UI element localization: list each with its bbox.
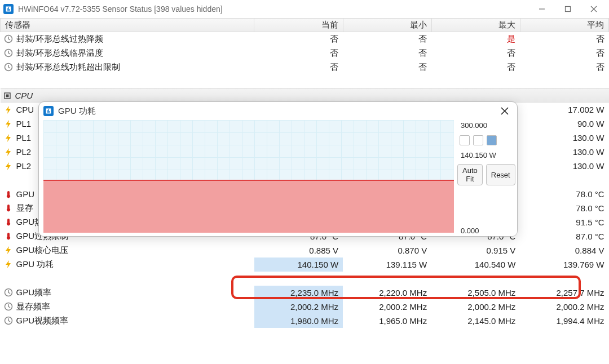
row-label: PL2 <box>16 161 32 171</box>
thermometer-icon <box>4 203 13 212</box>
thermometer-icon <box>4 190 13 199</box>
svg-rect-1 <box>7 8 8 11</box>
app-icon <box>3 4 14 14</box>
row-mem-freq[interactable]: 显存频率 2,000.2 MHz 2,000.2 MHz 2,000.2 MHz… <box>1 300 609 314</box>
row-label: 封装/环形总线功耗超出限制 <box>16 62 120 72</box>
table-header-row: 传感器 当前 最小 最大 平均 <box>1 19 609 32</box>
svg-rect-5 <box>566 7 571 12</box>
row-label: 显存 <box>16 203 33 212</box>
main-titlebar: HWiNFO64 v7.72-5355 Sensor Status [398 v… <box>0 0 609 18</box>
thermometer-icon <box>4 232 13 241</box>
popup-titlebar[interactable]: GPU 功耗 <box>39 102 517 120</box>
auto-fit-button[interactable]: Auto Fit <box>457 164 483 185</box>
clock-icon <box>4 63 13 72</box>
svg-rect-17 <box>47 110 48 113</box>
legend-swatch-selected[interactable] <box>487 135 497 145</box>
popup-close-button[interactable] <box>497 103 513 119</box>
cpu-icon <box>3 91 12 100</box>
row-label: PL1 <box>16 119 32 128</box>
row-label: 显存频率 <box>16 301 50 311</box>
row-label: GPU 功耗 <box>16 259 54 269</box>
app-icon <box>43 106 54 116</box>
row-gpu-core-voltage[interactable]: GPU核心电压 0.885 V 0.870 V 0.915 V 0.884 V <box>1 243 609 258</box>
clock-icon <box>4 302 13 311</box>
col-sensor[interactable]: 传感器 <box>1 19 254 32</box>
svg-rect-2 <box>8 7 9 11</box>
row-gpu-power[interactable]: GPU 功耗 140.150 W 139.115 W 140.540 W 139… <box>1 258 609 272</box>
legend-swatch[interactable] <box>460 135 470 145</box>
row-power-limit[interactable]: 封装/环形总线功耗超出限制 否 否 否 否 <box>1 60 609 74</box>
minimize-button[interactable] <box>529 0 555 18</box>
svg-rect-3 <box>10 9 11 11</box>
clock-icon <box>4 316 13 325</box>
maximize-button[interactable] <box>555 0 581 18</box>
bolt-icon <box>4 162 13 171</box>
row-label: GPU <box>16 189 35 199</box>
row-label: GPU频率 <box>16 287 52 297</box>
graph-y-max: 300.000 <box>457 120 514 131</box>
bolt-icon <box>4 246 13 255</box>
row-label: 封装/环形总线临界温度 <box>16 48 103 57</box>
legend-swatch[interactable] <box>473 135 483 145</box>
thermometer-icon <box>4 217 13 227</box>
graph-canvas[interactable] <box>43 120 454 233</box>
graph-popup[interactable]: GPU 功耗 300.000 140.150 W Auto Fit Reset … <box>38 101 518 237</box>
row-label: PL1 <box>16 133 32 143</box>
row-gpu-video-freq[interactable]: GPU视频频率 1,980.0 MHz 1,965.0 MHz 2,145.0 … <box>1 314 609 328</box>
reset-button[interactable]: Reset <box>486 164 515 185</box>
row-thermal-throttle[interactable]: 封装/环形总线过热降频 否 否 是 否 <box>1 32 609 46</box>
row-label: PL2 <box>16 147 32 157</box>
group-cpu[interactable]: CPU <box>1 88 609 103</box>
col-max[interactable]: 最大 <box>431 19 520 32</box>
bolt-icon <box>4 105 13 114</box>
row-critical-temp[interactable]: 封装/环形总线临界温度 否 否 否 否 <box>1 46 609 60</box>
svg-rect-19 <box>50 111 51 113</box>
row-label: GPU视频频率 <box>16 316 69 325</box>
graph-legend[interactable] <box>457 134 514 147</box>
graph-y-min: 0.000 <box>457 225 514 236</box>
graph-series-fill <box>43 180 454 233</box>
svg-rect-18 <box>48 109 49 113</box>
svg-rect-12 <box>6 94 8 97</box>
row-label: CPU <box>16 105 34 114</box>
popup-title: GPU 功耗 <box>58 106 492 117</box>
row-gpu-freq[interactable]: GPU频率 2,235.0 MHz 2,220.0 MHz 2,505.0 MH… <box>1 286 609 300</box>
bolt-icon <box>4 260 13 269</box>
row-label: 封装/环形总线过热降频 <box>16 34 103 43</box>
row-label: GPU核心电压 <box>16 245 69 255</box>
window-title: HWiNFO64 v7.72-5355 Sensor Status [398 v… <box>18 5 524 14</box>
bolt-icon <box>4 119 13 128</box>
clock-icon <box>4 34 13 43</box>
col-current[interactable]: 当前 <box>254 19 343 32</box>
group-label: CPU <box>15 91 33 100</box>
bolt-icon <box>4 148 13 157</box>
clock-icon <box>4 48 13 57</box>
close-button[interactable] <box>581 0 607 18</box>
graph-current-value: 140.150 W <box>457 150 514 161</box>
clock-icon <box>4 288 13 297</box>
col-min[interactable]: 最小 <box>343 19 431 32</box>
bolt-icon <box>4 134 13 143</box>
col-avg[interactable]: 平均 <box>520 19 608 32</box>
